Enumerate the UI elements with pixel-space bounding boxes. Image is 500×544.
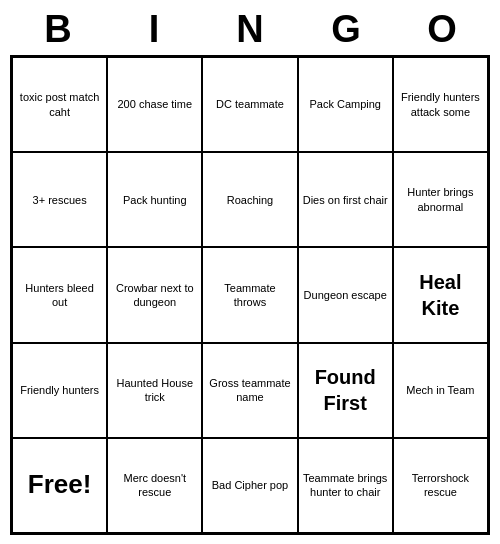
bingo-cell[interactable]: Mech in Team	[393, 343, 488, 438]
bingo-grid: toxic post match caht200 chase timeDC te…	[10, 55, 490, 535]
letter-o: O	[398, 8, 486, 51]
bingo-cell[interactable]: Hunters bleed out	[12, 247, 107, 342]
bingo-header: B I N G O	[10, 8, 490, 51]
bingo-cell[interactable]: Bad Cipher pop	[202, 438, 297, 533]
bingo-cell[interactable]: Heal Kite	[393, 247, 488, 342]
bingo-cell[interactable]: Pack Camping	[298, 57, 393, 152]
bingo-cell[interactable]: Roaching	[202, 152, 297, 247]
bingo-cell[interactable]: Terrorshock rescue	[393, 438, 488, 533]
letter-n: N	[206, 8, 294, 51]
bingo-cell[interactable]: Friendly hunters	[12, 343, 107, 438]
bingo-cell[interactable]: Free!	[12, 438, 107, 533]
bingo-cell[interactable]: Teammate throws	[202, 247, 297, 342]
bingo-cell[interactable]: Merc doesn't rescue	[107, 438, 202, 533]
bingo-cell[interactable]: Teammate brings hunter to chair	[298, 438, 393, 533]
letter-i: I	[110, 8, 198, 51]
bingo-cell[interactable]: DC teammate	[202, 57, 297, 152]
bingo-cell[interactable]: Hunter brings abnormal	[393, 152, 488, 247]
bingo-cell[interactable]: Dies on first chair	[298, 152, 393, 247]
bingo-cell[interactable]: Pack hunting	[107, 152, 202, 247]
bingo-cell[interactable]: toxic post match caht	[12, 57, 107, 152]
bingo-cell[interactable]: Crowbar next to dungeon	[107, 247, 202, 342]
bingo-cell[interactable]: Gross teammate name	[202, 343, 297, 438]
letter-g: G	[302, 8, 390, 51]
letter-b: B	[14, 8, 102, 51]
bingo-cell[interactable]: Found First	[298, 343, 393, 438]
bingo-cell[interactable]: 200 chase time	[107, 57, 202, 152]
bingo-cell[interactable]: Friendly hunters attack some	[393, 57, 488, 152]
bingo-cell[interactable]: 3+ rescues	[12, 152, 107, 247]
bingo-cell[interactable]: Haunted House trick	[107, 343, 202, 438]
bingo-cell[interactable]: Dungeon escape	[298, 247, 393, 342]
